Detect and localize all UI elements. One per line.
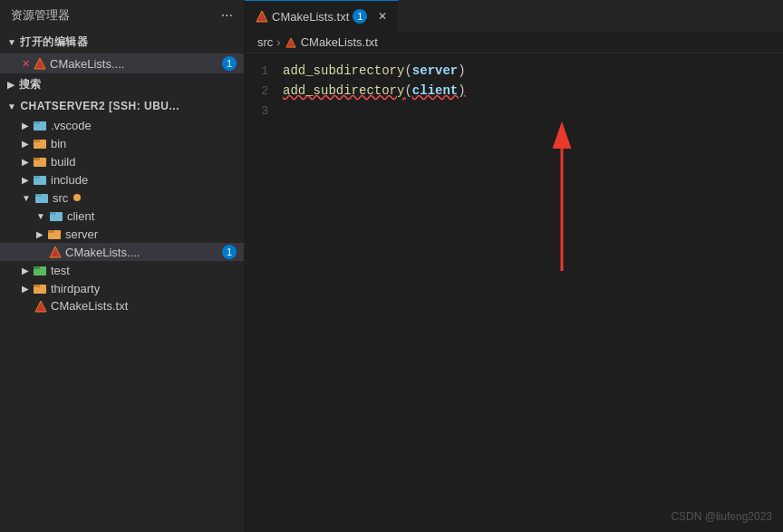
bin-chevron: ▶	[22, 139, 29, 149]
tree-item-cmakelists-src[interactable]: CMakeLists.... 1	[0, 243, 244, 261]
tree-item-include[interactable]: ▶ include	[0, 170, 244, 189]
cmakelists-src-badge: 1	[222, 245, 237, 259]
vscode-label: .vscode	[51, 119, 92, 132]
svg-rect-4	[34, 140, 40, 142]
tab-badge: 1	[353, 9, 367, 24]
sidebar-header: 资源管理器 ···	[0, 0, 244, 31]
svg-marker-0	[34, 58, 45, 69]
bin-folder-icon	[33, 136, 47, 150]
client-chevron: ▼	[36, 211, 45, 221]
tree-item-client[interactable]: ▼ client	[0, 207, 244, 225]
cmake-src-icon	[49, 246, 62, 258]
tree-item-cmakelists-root[interactable]: CMakeLists.txt	[0, 297, 244, 314]
test-chevron: ▶	[22, 266, 29, 276]
thirdparty-folder-icon	[33, 281, 47, 295]
open-editor-item[interactable]: ✕ CMakeLists.... 1	[0, 53, 244, 73]
tab-cmake-icon	[256, 10, 268, 23]
tree-item-test[interactable]: ▶ test	[0, 261, 244, 279]
project-section[interactable]: ▼ CHATSERVER2 [SSH: UBU...	[0, 96, 244, 116]
editor-content[interactable]: 1 add_subdirectory(server) 2 add_subdire…	[245, 53, 783, 532]
sidebar-title: 资源管理器	[11, 7, 70, 24]
svg-rect-14	[48, 230, 54, 233]
func-name-1: add_subdirectory	[283, 63, 404, 78]
close-file-icon[interactable]: ✕	[22, 58, 30, 70]
test-label: test	[51, 264, 70, 277]
search-label: 搜索	[19, 77, 42, 92]
src-modified-dot	[73, 194, 81, 201]
cmake-file-icon	[34, 57, 46, 70]
svg-marker-15	[50, 247, 61, 257]
search-chevron: ▶	[7, 80, 15, 90]
src-label: src	[53, 191, 68, 205]
server-chevron: ▶	[36, 229, 44, 239]
breadcrumb-separator: ›	[276, 35, 280, 49]
code-lines: 1 add_subdirectory(server) 2 add_subdire…	[245, 53, 783, 121]
code-line-2: 2 add_subdirectory(client)	[245, 81, 783, 101]
editor-tab[interactable]: CMakeLists.txt 1 ✕	[245, 0, 399, 32]
build-folder-icon	[33, 154, 47, 169]
sidebar: 资源管理器 ··· ▼ 打开的编辑器 ✕ CMakeLists.... 1 ▶ …	[0, 0, 245, 532]
line-content-1: add_subdirectory(server)	[283, 63, 466, 78]
breadcrumb: src › CMakeLists.txt	[245, 32, 783, 53]
search-section[interactable]: ▶ 搜索	[0, 73, 244, 96]
test-folder-icon	[33, 263, 47, 277]
line-number-1: 1	[245, 64, 283, 78]
breadcrumb-file: CMakeLists.txt	[301, 35, 378, 49]
tree-item-build[interactable]: ▶ build	[0, 152, 244, 170]
project-chevron: ▼	[7, 102, 16, 111]
breadcrumb-src: src	[257, 35, 273, 49]
open-editors-label: 打开的编辑器	[20, 34, 88, 50]
bin-label: bin	[51, 137, 66, 150]
tree-item-bin[interactable]: ▶ bin	[0, 134, 244, 152]
svg-marker-22	[286, 37, 295, 46]
svg-marker-21	[256, 11, 267, 22]
tab-bar: CMakeLists.txt 1 ✕	[245, 0, 783, 32]
watermark: CSDN @liufeng2023	[671, 510, 772, 523]
svg-rect-12	[50, 212, 56, 215]
svg-rect-8	[34, 176, 40, 179]
line-number-3: 3	[245, 104, 283, 118]
arrow-overlay	[245, 53, 783, 532]
client-label: client	[67, 209, 94, 223]
editor-area: CMakeLists.txt 1 ✕ src › CMakeLists.txt …	[245, 0, 783, 532]
server-folder-icon	[47, 227, 62, 241]
build-chevron: ▶	[22, 157, 29, 167]
src-chevron: ▼	[22, 193, 31, 203]
thirdparty-chevron: ▶	[22, 284, 29, 294]
svg-marker-20	[35, 301, 46, 312]
tree-item-thirdparty[interactable]: ▶ thirdparty	[0, 279, 244, 297]
line-number-2: 2	[245, 84, 283, 98]
code-line-3: 3	[245, 101, 783, 121]
build-label: build	[51, 155, 75, 169]
tab-close-button[interactable]: ✕	[378, 10, 387, 23]
open-editors-chevron: ▼	[7, 37, 16, 47]
open-editor-badge: 1	[222, 56, 237, 71]
include-chevron: ▶	[22, 175, 29, 185]
include-label: include	[51, 173, 88, 187]
cmakelists-root-label: CMakeLists.txt	[51, 299, 128, 313]
thirdparty-label: thirdparty	[51, 282, 100, 295]
svg-rect-19	[34, 285, 40, 287]
include-folder-icon	[33, 172, 47, 187]
project-label: CHATSERVER2 [SSH: UBU...	[20, 100, 179, 112]
sidebar-more-button[interactable]: ···	[221, 7, 233, 24]
svg-rect-6	[34, 158, 40, 160]
open-editor-filename: CMakeLists....	[50, 57, 124, 71]
code-line-1: 1 add_subdirectory(server)	[245, 61, 783, 81]
tree-item-server[interactable]: ▶ server	[0, 225, 244, 243]
breadcrumb-cmake-icon	[285, 36, 297, 49]
svg-rect-2	[34, 121, 40, 124]
vscode-folder-icon	[33, 118, 47, 132]
func-name-2: add_subdirectory	[283, 83, 404, 98]
cmakelists-src-label: CMakeLists....	[65, 246, 140, 259]
tree-item-vscode[interactable]: ▶ .vscode	[0, 116, 244, 134]
svg-rect-17	[34, 266, 40, 269]
open-editors-section[interactable]: ▼ 打开的编辑器	[0, 31, 244, 53]
svg-rect-10	[35, 194, 42, 197]
line-content-2: add_subdirectory(client)	[283, 83, 466, 98]
cmake-root-icon	[34, 300, 47, 313]
client-folder-icon	[49, 208, 63, 223]
src-folder-icon	[34, 190, 49, 205]
vscode-chevron: ▶	[22, 121, 29, 131]
tree-item-src[interactable]: ▼ src	[0, 189, 244, 207]
